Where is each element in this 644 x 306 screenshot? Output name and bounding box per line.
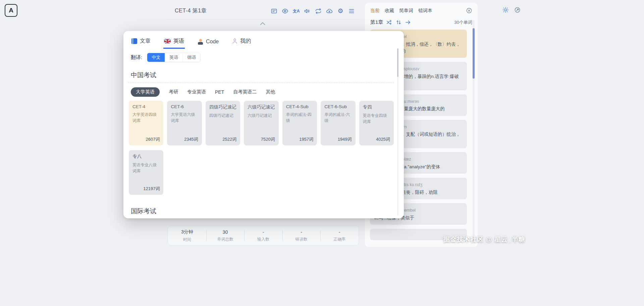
dictionary-title: CET-6-Sub [324,104,352,109]
dictionary-title: 专四 [363,104,390,110]
dictionary-title: 四级巧记速记 [209,104,236,110]
stat-errors: - 错误数 [282,226,321,245]
category-pill[interactable]: 考研 [169,89,178,95]
visibility-icon[interactable] [281,7,289,15]
chapter-menu-icon[interactable] [347,7,356,15]
translate-segment-group: 中文 英语 德语 [147,53,201,62]
header-icon-group: 文A ⚙ [270,7,356,15]
dictionary-count: 4025词 [376,136,390,142]
category-pill[interactable]: 大学英语 [131,87,160,97]
dictionary-desc: 大学英语四级词库 [132,112,160,124]
sidebar-tab-favorites[interactable]: 收藏 [385,8,394,14]
stat-value: 30 [223,229,228,235]
dictionary-count: 1957词 [299,136,313,142]
tab-label: 文章 [140,38,151,45]
translate-icon[interactable]: 文A [292,7,301,15]
sidebar-tab-easy-words[interactable]: 简单词 [399,8,413,14]
sort-icon[interactable] [395,19,402,26]
jump-next-icon[interactable] [405,19,411,26]
chapter-row: 第1章 30个单词 [365,15,478,27]
dictation-toggle-icon[interactable] [270,7,278,15]
stat-value: - [339,229,340,235]
dictionary-desc: 英语专业八级词库 [132,162,160,174]
watermark: 掘金技术社区 @ 星云_半糖 [443,235,525,244]
theme-sun-icon[interactable] [502,6,509,13]
tab-label: Code [206,39,219,45]
translate-option-chinese[interactable]: 中文 [147,53,165,62]
gear-glyph: ⚙ [337,8,343,14]
tab-code[interactable]: Code [197,37,219,49]
stat-label: 输入数 [257,236,269,242]
sidebar-tabs: 当前 收藏 简单词 错词本 [365,3,478,15]
word-phonetic: dɪs kɜːrɪdʒ [402,182,422,187]
dictionary-card-tem8[interactable]: 专八 英语专业八级词库 12197词 [129,150,163,195]
dictionary-desc: 大学英语六级词库 [171,112,198,124]
stats-bar: 3分钟 时间 30 单词总数 - 输入数 - 错误数 - 正确率 [168,226,359,246]
tab-mine[interactable]: 我的 [231,36,252,49]
dictionary-title: CET-4 [132,104,160,109]
dictionary-card-cet4[interactable]: CET-4 大学英语四级词库 2607词 [129,101,163,145]
category-pill[interactable]: 自考英语二 [233,89,257,95]
dictionary-count: 2345词 [184,136,198,142]
dictionary-card-cet4-sub[interactable]: CET-4-Sub 单词的减法-四级 1957词 [282,101,317,145]
section-title-international-exams: 国际考试 [131,207,394,216]
dictionary-card-cet4-mnemonic[interactable]: 四级巧记速记 四级巧记速记 2522词 [206,101,240,145]
category-pill[interactable]: 其他 [266,89,275,95]
stat-value: - [263,229,264,235]
close-icon[interactable] [466,7,472,14]
dictionary-card-grid: CET-4 大学英语四级词库 2607词 CET-6 大学英语六级词库 2345… [129,101,394,195]
pronunciation-icon[interactable] [303,7,312,15]
china-exam-categories: 大学英语 考研 专业英语 PET 自考英语二 其他 [131,87,394,97]
stat-label: 时间 [183,237,191,243]
person-icon [232,39,237,44]
modal-scrollbar-thumb[interactable] [397,48,398,77]
translate-row: 翻译: 中文 英语 德语 [131,53,394,62]
loop-icon[interactable] [314,7,323,15]
dictionary-count: 2607词 [146,136,160,142]
sidebar-scrollbar-thumb[interactable] [473,28,475,79]
translate-option-german[interactable]: 德语 [182,53,200,62]
settings-icon[interactable]: ⚙ [336,7,345,15]
sidebar-tab-current[interactable]: 当前 [370,8,380,14]
dictionary-modal: 文章 英语 Code 我的 翻译: 中文 英语 德语 中国考试 [123,31,404,218]
dictionary-title: 六级巧记速记 [248,104,275,110]
dictionary-desc: 单词的减法-四级 [286,112,313,124]
dictionary-card-cet6-mnemonic[interactable]: 六级巧记速记 六级巧记速记 7520词 [244,101,278,145]
app-root: A CET-4 第1章 文A ⚙ [0,0,644,306]
sidebar-tab-wrong-words[interactable]: 错词本 [418,8,432,14]
sidebar-scrollbar[interactable] [473,20,475,243]
page-title: CET-4 第1章 [175,7,207,14]
app-logo[interactable]: A [5,4,17,17]
stat-label: 单词总数 [217,236,233,242]
stat-label: 正确率 [333,236,345,242]
shuffle-icon[interactable] [386,19,392,26]
category-pill[interactable]: PET [215,89,224,95]
tab-articles[interactable]: 文章 [131,36,151,49]
dictionary-card-cet6[interactable]: CET-6 大学英语六级词库 2345词 [167,101,202,145]
modal-scrollbar[interactable] [397,48,398,216]
app-logo-letter: A [9,7,13,14]
dictionary-desc: 英语专业四级词库 [363,113,390,125]
cloud-sync-icon[interactable] [325,7,334,15]
header-bar: CET-4 第1章 文A ⚙ [167,3,359,19]
book-icon [131,38,137,44]
word-count: 30个单词 [454,19,472,26]
category-pill[interactable]: 专业英语 [187,89,206,95]
dictionary-card-cet6-sub[interactable]: CET-6-Sub 单词的减法-六级 1949词 [321,101,355,145]
translate-option-english[interactable]: 英语 [165,53,182,62]
coder-icon [198,39,203,45]
uk-flag-icon [164,39,171,43]
stat-accuracy: - 正确率 [320,226,359,245]
translate-label: 翻译: [131,54,142,61]
guide-icon[interactable] [514,6,521,13]
tab-label: 我的 [240,38,251,45]
collapse-chevron-icon[interactable] [259,21,266,26]
stat-time: 3分钟 时间 [168,226,206,245]
top-right-icon-group [502,6,521,13]
dictionary-title: CET-6 [171,104,198,109]
chapter-label: 第1章 [370,19,383,26]
modal-tabs: 文章 英语 Code 我的 [128,35,394,49]
dictionary-count: 12197词 [143,186,160,192]
tab-english[interactable]: 英语 [163,36,185,49]
dictionary-card-tem4[interactable]: 专四 英语专业四级词库 4025词 [359,101,394,145]
